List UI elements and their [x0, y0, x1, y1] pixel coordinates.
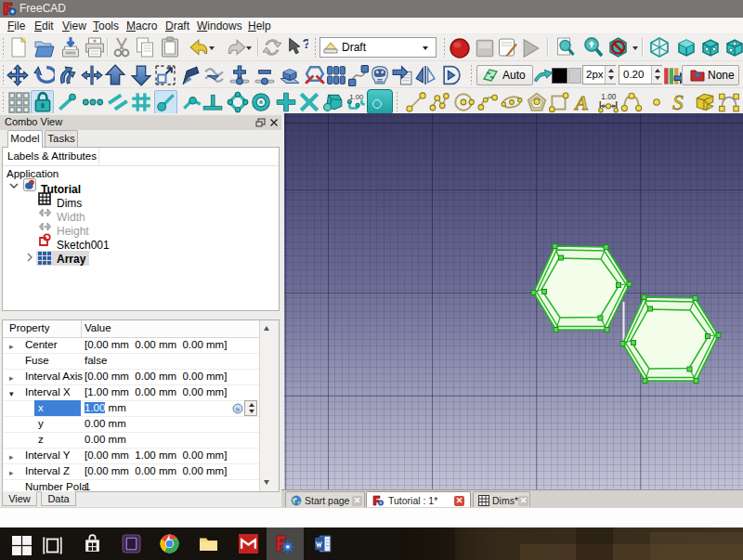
svg-text:1.00: 1.00 — [349, 93, 363, 101]
svg-text:1.00: 1.00 — [601, 93, 616, 101]
svg-text:A: A — [573, 92, 589, 113]
svg-text:?: ? — [303, 36, 308, 51]
svg-text:S: S — [672, 91, 684, 113]
